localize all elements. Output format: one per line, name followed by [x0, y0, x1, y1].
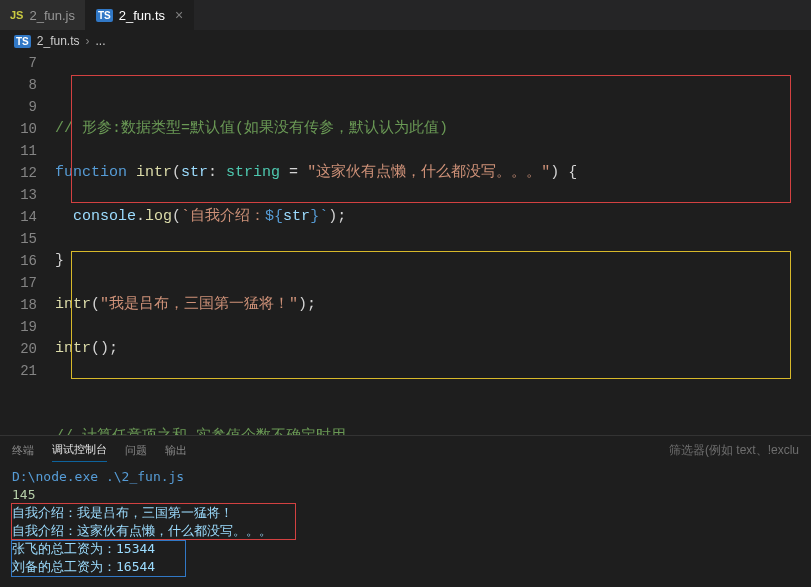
t: str [283, 208, 310, 225]
t: intr [136, 164, 172, 181]
line-number: 8 [0, 74, 37, 96]
bottom-panel: 终端 调试控制台 问题 输出 筛选器(例如 text、!exclu D:\nod… [0, 435, 811, 587]
breadcrumb-ellipsis: ... [95, 34, 105, 48]
comment: // 计算任意项之和,实参值个数不确定时用... [55, 428, 373, 435]
tab-label: 2_fun.ts [119, 8, 165, 23]
close-icon[interactable]: × [175, 7, 183, 23]
comment: // 形参:数据类型=默认值(如果没有传参，默认认为此值) [55, 120, 448, 137]
t: "这家伙有点懒，什么都没写。。。" [307, 164, 550, 181]
editor-tabs: JS 2_fun.js TS 2_fun.ts × [0, 0, 811, 30]
panel-tab-output[interactable]: 输出 [165, 439, 187, 462]
panel-tab-problems[interactable]: 问题 [125, 439, 147, 462]
line-number: 21 [0, 360, 37, 382]
line-number: 16 [0, 250, 37, 272]
ts-icon: TS [14, 35, 31, 48]
code-editor[interactable]: 7 8 9 10 11 12 13 14 15 16 17 18 19 20 2… [0, 52, 811, 435]
line-number: 20 [0, 338, 37, 360]
output-line: 张飞的总工资为：15344 [12, 540, 799, 558]
line-number: 10 [0, 118, 37, 140]
line-number: 17 [0, 272, 37, 294]
line-number: 13 [0, 184, 37, 206]
t: str [181, 164, 208, 181]
output-line: 自我介绍：我是吕布，三国第一猛将！ [12, 504, 799, 522]
breadcrumb[interactable]: TS 2_fun.ts › ... [0, 30, 811, 52]
output-line: 自我介绍：这家伙有点懒，什么都没写。。。 [12, 522, 799, 540]
t: console [73, 208, 136, 225]
t: }` [310, 208, 328, 225]
ts-icon: TS [96, 9, 113, 22]
tab-2-fun-ts[interactable]: TS 2_fun.ts × [86, 0, 194, 30]
line-number: 18 [0, 294, 37, 316]
code-content[interactable]: // 形参:数据类型=默认值(如果没有传参，默认认为此值) function i… [55, 52, 811, 435]
line-number: 11 [0, 140, 37, 162]
chevron-right-icon: › [85, 34, 89, 48]
filter-input[interactable]: 筛选器(例如 text、!exclu [669, 442, 799, 459]
t: function [55, 164, 127, 181]
line-number: 12 [0, 162, 37, 184]
t: "我是吕布，三国第一猛将！" [100, 296, 298, 313]
t: string [226, 164, 280, 181]
t: intr [55, 296, 91, 313]
t: `自我介绍： [181, 208, 265, 225]
line-gutter: 7 8 9 10 11 12 13 14 15 16 17 18 19 20 2… [0, 52, 55, 435]
line-number: 19 [0, 316, 37, 338]
t: intr [55, 340, 91, 357]
panel-tab-debug-console[interactable]: 调试控制台 [52, 438, 107, 462]
debug-console-body[interactable]: D:\node.exe .\2_fun.js 145 自我介绍：我是吕布，三国第… [0, 464, 811, 587]
line-number: 9 [0, 96, 37, 118]
debug-command: D:\node.exe .\2_fun.js [12, 468, 799, 486]
tab-2-fun-js[interactable]: JS 2_fun.js [0, 0, 86, 30]
breadcrumb-file: 2_fun.ts [37, 34, 80, 48]
t: ${ [265, 208, 283, 225]
output-number: 145 [12, 486, 799, 504]
line-number: 15 [0, 228, 37, 250]
line-number: 14 [0, 206, 37, 228]
panel-tabs: 终端 调试控制台 问题 输出 筛选器(例如 text、!exclu [0, 436, 811, 464]
tab-label: 2_fun.js [29, 8, 75, 23]
output-line: 刘备的总工资为：16544 [12, 558, 799, 576]
t: log [145, 208, 172, 225]
js-icon: JS [10, 9, 23, 21]
line-number: 7 [0, 52, 37, 74]
panel-tab-terminal[interactable]: 终端 [12, 439, 34, 462]
